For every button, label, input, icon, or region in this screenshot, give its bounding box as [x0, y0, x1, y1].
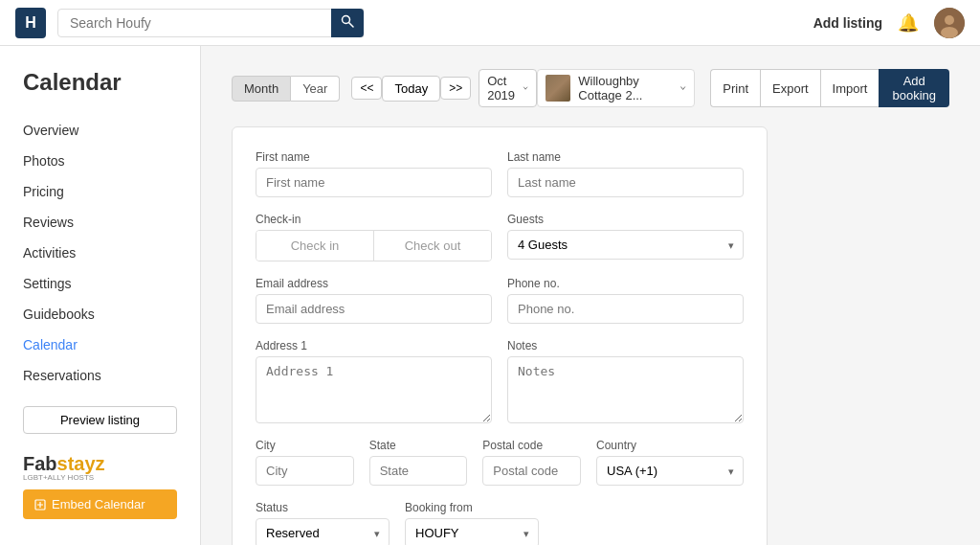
tab-month[interactable]: Month: [232, 76, 291, 102]
fabstayz-fab: Fab: [23, 453, 57, 475]
form-group-postal: Postal code: [482, 439, 581, 486]
property-chevron-icon: [679, 83, 686, 93]
notifications-icon[interactable]: 🔔: [898, 12, 919, 34]
nav-right: Add listing 🔔: [813, 8, 965, 38]
city-input[interactable]: [256, 456, 354, 486]
sidebar-item-reservations[interactable]: Reservations: [0, 360, 200, 391]
controls-left: Month Year << Today >> Oct 2019: [232, 69, 537, 107]
nav-prev-button[interactable]: <<: [351, 77, 382, 100]
address-input[interactable]: [256, 356, 492, 423]
form-group-phone: Phone no.: [507, 277, 744, 324]
search-container: [57, 9, 364, 37]
form-group-guests: Guests 4 Guests: [507, 213, 744, 261]
phone-label: Phone no.: [507, 277, 744, 290]
form-group-notes: Notes: [507, 339, 744, 423]
main-content: Month Year << Today >> Oct 2019: [201, 46, 980, 545]
page-title: Calendar: [0, 69, 200, 115]
embed-icon: [34, 499, 46, 511]
checkin-input[interactable]: Check in: [256, 231, 374, 261]
email-input[interactable]: [256, 294, 492, 324]
state-input[interactable]: [369, 456, 468, 486]
email-label: Email address: [256, 277, 492, 290]
embed-calendar-button[interactable]: Embed Calendar: [23, 489, 177, 519]
status-select-wrap: Reserved: [256, 518, 390, 545]
today-button[interactable]: Today: [382, 76, 440, 102]
sidebar-nav: Overview Photos Pricing Reviews Activiti…: [0, 115, 200, 391]
action-buttons: Print Export Import Add booking: [710, 69, 949, 107]
sidebar-item-guidebooks[interactable]: Guidebooks: [0, 299, 200, 329]
form-row-contact: Email address Phone no.: [256, 277, 744, 324]
main-layout: Calendar Overview Photos Pricing Reviews…: [0, 0, 980, 545]
guests-label: Guests: [507, 213, 744, 226]
export-button[interactable]: Export: [760, 69, 820, 107]
svg-point-3: [945, 15, 954, 25]
month-selector[interactable]: Oct 2019: [479, 69, 537, 107]
svg-line-1: [349, 23, 354, 28]
guests-select[interactable]: 4 Guests: [507, 230, 744, 260]
guests-select-wrap: 4 Guests: [507, 230, 744, 260]
import-button[interactable]: Import: [820, 69, 880, 107]
country-label: Country: [596, 439, 744, 452]
form-row-address-notes: Address 1 Notes: [256, 339, 744, 423]
form-group-address: Address 1: [256, 339, 492, 423]
form-row-location: City State Postal code Country USA (+1): [256, 439, 744, 486]
avatar[interactable]: [934, 8, 965, 38]
search-input[interactable]: [57, 9, 364, 37]
address-label: Address 1: [256, 339, 492, 352]
sidebar-item-settings[interactable]: Settings: [0, 268, 200, 299]
form-group-country: Country USA (+1): [596, 439, 744, 486]
user-avatar-icon: [934, 8, 965, 38]
controls-right: Willoughby Cottage 2... Print Export Imp…: [537, 69, 949, 107]
sidebar-item-pricing[interactable]: Pricing: [0, 176, 200, 207]
status-select[interactable]: Reserved: [256, 518, 390, 545]
preview-listing-button[interactable]: Preview listing: [23, 406, 177, 434]
svg-point-4: [941, 27, 958, 38]
add-booking-button[interactable]: Add booking: [879, 69, 949, 107]
sidebar-item-activities[interactable]: Activities: [0, 238, 200, 268]
add-listing-button[interactable]: Add listing: [813, 15, 882, 31]
last-name-input[interactable]: [507, 168, 744, 197]
booking-from-select[interactable]: HOUFY: [405, 518, 539, 545]
notes-label: Notes: [507, 339, 744, 352]
sidebar-item-calendar[interactable]: Calendar: [0, 329, 200, 360]
site-logo[interactable]: H: [15, 8, 46, 38]
phone-input[interactable]: [507, 294, 744, 324]
checkout-input[interactable]: Check out: [374, 231, 491, 261]
postal-label: Postal code: [482, 439, 581, 452]
form-row-name: First name Last name: [256, 150, 744, 197]
status-label: Status: [256, 501, 390, 514]
tab-year[interactable]: Year: [291, 76, 340, 102]
view-tabs: Month Year: [232, 76, 340, 102]
form-group-firstname: First name: [256, 150, 492, 197]
chevron-down-icon: [523, 83, 528, 93]
last-name-label: Last name: [507, 150, 744, 164]
sidebar-item-overview[interactable]: Overview: [0, 115, 200, 146]
form-group-status: Status Reserved: [256, 501, 390, 545]
checkin-label: Check-in: [256, 213, 492, 226]
sidebar: Calendar Overview Photos Pricing Reviews…: [0, 46, 201, 545]
top-navigation: H Add listing 🔔: [0, 0, 980, 46]
form-group-state: State: [369, 439, 468, 486]
checkin-row: Check in Check out: [256, 230, 492, 261]
search-button[interactable]: [331, 9, 364, 37]
sidebar-item-reviews[interactable]: Reviews: [0, 207, 200, 238]
fabstayz-tagline: LGBT+ALLY HOSTS: [23, 473, 94, 482]
sidebar-item-photos[interactable]: Photos: [0, 146, 200, 176]
property-thumbnail: [546, 75, 570, 102]
notes-input[interactable]: [507, 356, 744, 423]
property-selector[interactable]: Willoughby Cottage 2...: [537, 69, 695, 107]
nav-next-button[interactable]: >>: [440, 77, 471, 100]
calendar-top-controls: Month Year << Today >> Oct 2019: [232, 69, 949, 107]
first-name-input[interactable]: [256, 168, 492, 197]
state-label: State: [369, 439, 468, 452]
fabstayz-stayz: stayz: [57, 453, 105, 475]
fabstayz-logo: Fabstayz LGBT+ALLY HOSTS: [23, 453, 177, 482]
country-select[interactable]: USA (+1): [596, 456, 744, 486]
print-button[interactable]: Print: [710, 69, 760, 107]
form-group-booking-from: Booking from HOUFY: [405, 501, 539, 545]
first-name-label: First name: [256, 150, 492, 164]
postal-input[interactable]: [482, 456, 581, 486]
booking-from-label: Booking from: [405, 501, 539, 514]
city-label: City: [256, 439, 354, 452]
form-row-status: Status Reserved Booking from HOUFY: [256, 501, 744, 545]
